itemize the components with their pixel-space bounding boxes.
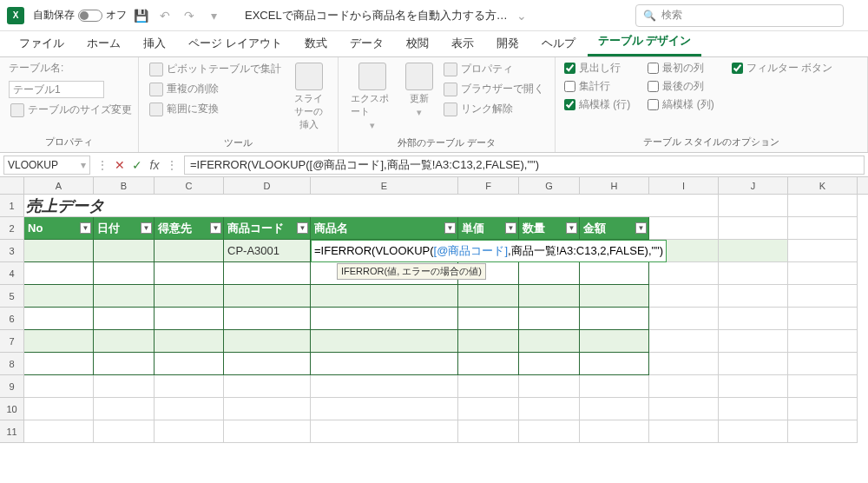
table-cell[interactable] bbox=[224, 262, 311, 285]
row-header[interactable]: 3 bbox=[0, 240, 24, 262]
table-cell[interactable] bbox=[519, 330, 580, 353]
unlink-button[interactable]: リンク解除 bbox=[442, 101, 546, 117]
cell[interactable] bbox=[719, 398, 788, 420]
cell[interactable] bbox=[155, 398, 224, 420]
cell[interactable] bbox=[788, 240, 858, 262]
cell[interactable] bbox=[719, 285, 788, 308]
table-header[interactable]: 商品名▼ bbox=[311, 217, 458, 240]
filter-dropdown-icon[interactable]: ▼ bbox=[141, 222, 152, 234]
table-cell[interactable] bbox=[24, 330, 94, 353]
row-header[interactable]: 10 bbox=[0, 398, 24, 420]
cell[interactable] bbox=[649, 217, 719, 240]
tab-file[interactable]: ファイル bbox=[9, 30, 75, 56]
resize-table-button[interactable]: テーブルのサイズ変更 bbox=[9, 102, 134, 118]
col-header[interactable]: J bbox=[719, 177, 788, 194]
filter-dropdown-icon[interactable]: ▼ bbox=[297, 222, 308, 234]
convert-range-button[interactable]: 範囲に変換 bbox=[148, 101, 283, 117]
cell[interactable] bbox=[224, 398, 311, 420]
cell[interactable] bbox=[155, 375, 224, 398]
cell[interactable] bbox=[719, 240, 788, 262]
cell[interactable] bbox=[788, 195, 858, 217]
table-cell[interactable] bbox=[519, 285, 580, 308]
cell[interactable] bbox=[580, 398, 649, 420]
table-cell[interactable] bbox=[311, 330, 458, 353]
tab-developer[interactable]: 開発 bbox=[486, 30, 529, 56]
table-cell[interactable] bbox=[94, 262, 155, 285]
cell[interactable] bbox=[719, 262, 788, 285]
table-header[interactable]: 日付▼ bbox=[94, 217, 155, 240]
cell[interactable] bbox=[24, 398, 94, 420]
table-cell[interactable] bbox=[155, 262, 224, 285]
cell[interactable] bbox=[458, 398, 519, 420]
col-header[interactable]: H bbox=[580, 177, 649, 194]
tab-help[interactable]: ヘルプ bbox=[531, 30, 586, 56]
table-header[interactable]: No▼ bbox=[24, 217, 94, 240]
cell[interactable] bbox=[519, 375, 580, 398]
select-all-corner[interactable] bbox=[0, 177, 24, 194]
tab-data[interactable]: データ bbox=[339, 30, 394, 56]
title-dropdown-icon[interactable]: ⌄ bbox=[511, 5, 532, 26]
fx-button[interactable]: fx bbox=[146, 158, 163, 172]
cell[interactable] bbox=[458, 420, 519, 443]
row-header[interactable]: 2 bbox=[0, 217, 24, 240]
table-cell[interactable] bbox=[24, 285, 94, 308]
table-name-input[interactable] bbox=[9, 81, 104, 98]
insert-slicer-button[interactable]: スライサーの 挿入 bbox=[288, 61, 329, 133]
cancel-button[interactable]: ✕ bbox=[111, 158, 128, 172]
filter-dropdown-icon[interactable]: ▼ bbox=[444, 222, 456, 234]
table-header[interactable]: 単価▼ bbox=[458, 217, 519, 240]
table-header[interactable]: 得意先▼ bbox=[155, 217, 224, 240]
table-header[interactable]: 金額▼ bbox=[580, 217, 649, 240]
data-title[interactable]: 売上データ bbox=[24, 195, 649, 217]
table-cell[interactable] bbox=[519, 308, 580, 330]
cell[interactable] bbox=[519, 420, 580, 443]
table-cell[interactable] bbox=[24, 353, 94, 375]
cell[interactable] bbox=[788, 308, 858, 330]
table-cell[interactable] bbox=[224, 285, 311, 308]
row-header[interactable]: 7 bbox=[0, 330, 24, 353]
filter-dropdown-icon[interactable]: ▼ bbox=[210, 222, 221, 234]
cell[interactable] bbox=[649, 285, 719, 308]
table-cell[interactable] bbox=[311, 308, 458, 330]
undo-icon[interactable]: ↶ bbox=[155, 5, 175, 26]
table-cell[interactable] bbox=[519, 262, 580, 285]
cell[interactable] bbox=[311, 398, 458, 420]
cell[interactable] bbox=[788, 217, 858, 240]
cell[interactable] bbox=[788, 375, 858, 398]
cell[interactable] bbox=[155, 420, 224, 443]
header-row-checkbox[interactable]: 見出し行 bbox=[564, 61, 630, 76]
cell[interactable] bbox=[458, 375, 519, 398]
cell[interactable] bbox=[94, 375, 155, 398]
cell[interactable] bbox=[788, 353, 858, 375]
col-header[interactable]: A bbox=[24, 177, 94, 194]
table-cell[interactable] bbox=[94, 330, 155, 353]
row-header[interactable]: 11 bbox=[0, 420, 24, 443]
table-cell[interactable] bbox=[94, 240, 155, 262]
tab-insert[interactable]: 挿入 bbox=[133, 30, 176, 56]
table-cell-product-code[interactable]: CP-A3001 bbox=[224, 240, 311, 262]
cell[interactable] bbox=[719, 353, 788, 375]
filter-dropdown-icon[interactable]: ▼ bbox=[635, 222, 647, 234]
tab-home[interactable]: ホーム bbox=[76, 30, 131, 56]
formula-input[interactable]: =IFERROR(VLOOKUP([@商品コード],商品一覧!A3:C13,2,… bbox=[184, 155, 865, 175]
cell[interactable] bbox=[649, 330, 719, 353]
cell[interactable] bbox=[311, 375, 458, 398]
filter-dropdown-icon[interactable]: ▼ bbox=[566, 222, 577, 234]
export-button[interactable]: エクスポート▾ bbox=[347, 61, 397, 133]
banded-columns-checkbox[interactable]: 縞模様 (列) bbox=[648, 97, 713, 112]
cell[interactable] bbox=[649, 308, 719, 330]
table-cell[interactable] bbox=[311, 353, 458, 375]
cell[interactable] bbox=[580, 375, 649, 398]
cell[interactable] bbox=[719, 308, 788, 330]
table-cell[interactable] bbox=[24, 240, 94, 262]
autosave-toggle[interactable]: 自動保存 オフ bbox=[33, 8, 127, 23]
row-header[interactable]: 9 bbox=[0, 375, 24, 398]
table-cell[interactable] bbox=[155, 240, 224, 262]
col-header[interactable]: F bbox=[458, 177, 519, 194]
col-header[interactable]: I bbox=[649, 177, 719, 194]
table-cell[interactable] bbox=[94, 285, 155, 308]
col-header[interactable]: E bbox=[311, 177, 458, 194]
cell[interactable] bbox=[519, 398, 580, 420]
cell[interactable] bbox=[649, 353, 719, 375]
properties-button[interactable]: プロパティ bbox=[442, 61, 546, 77]
